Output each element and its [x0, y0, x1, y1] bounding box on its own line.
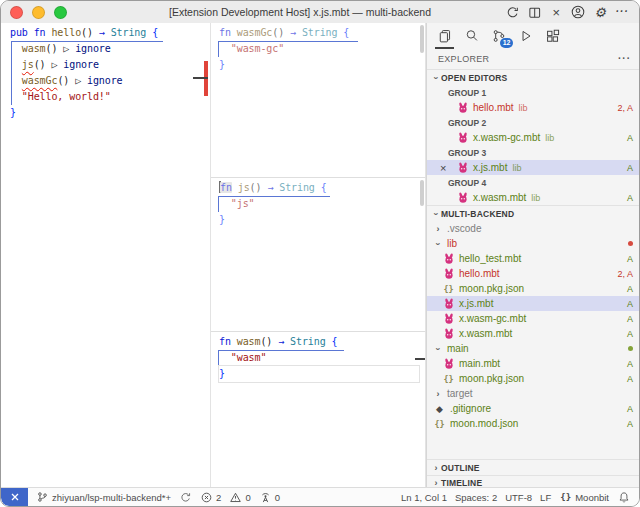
decoration-badge: A [627, 329, 633, 339]
status-indentation[interactable]: Spaces: 2 [451, 488, 501, 506]
code-line[interactable]: fn wasmGc() → String { [219, 25, 419, 41]
open-editor-x.js.mbt[interactable]: ×x.js.mbtlibA [427, 160, 640, 175]
status-sync-changes[interactable] [175, 488, 196, 506]
open-editors-section-header[interactable]: › OPEN EDITORS [427, 69, 640, 85]
code-token: hello [51, 27, 81, 38]
code-line[interactable]: } [10, 105, 204, 121]
decoration-badge: A [627, 419, 633, 429]
code-token: } [219, 214, 225, 225]
close-button[interactable]: × [548, 4, 564, 20]
file-label: x.js.mbt [459, 298, 493, 309]
status-right: Ln 1, Col 1Spaces: 2UTF-8LF{}Moonbit [397, 488, 634, 506]
activity-files-button[interactable] [436, 28, 453, 45]
file-label: lib [447, 238, 457, 249]
code-line[interactable]: "wasm" [219, 350, 419, 366]
status-encoding[interactable]: UTF-8 [501, 488, 536, 506]
editor-x-wasm-gc-mbt[interactable]: fn wasmGc() → String { "wasm-gc"} [211, 23, 426, 178]
code-token [10, 59, 22, 70]
tree-file-moon.pkg.json[interactable]: {}moon.pkg.jsonA [427, 281, 640, 296]
code-line[interactable]: wasmGc() ▷ ignore [10, 73, 204, 89]
code-line[interactable]: "js" [219, 196, 419, 212]
close-icon[interactable]: × [440, 162, 446, 174]
account-button[interactable] [570, 4, 586, 20]
open-editor-hello.mbt[interactable]: hello.mbtlib2, A [427, 100, 640, 115]
code-token: } [10, 107, 16, 118]
code-line[interactable]: } [219, 366, 419, 382]
code-line[interactable]: "Hello, world!" [10, 89, 204, 105]
tree-file-.gitignore[interactable]: ◆.gitignoreA [427, 401, 640, 416]
explorer-title: EXPLORER [438, 54, 489, 64]
restart-extension-host-button[interactable] [504, 4, 520, 20]
tree-folder-main[interactable]: ›main [427, 341, 640, 356]
split-editor-button[interactable] [526, 4, 542, 20]
activity-source-control-button[interactable]: 12 [490, 28, 507, 45]
tree-file-x.js.mbt[interactable]: x.js.mbtA [427, 296, 640, 311]
code-line[interactable]: } [219, 57, 419, 73]
code-token: () [46, 43, 64, 54]
traffic-minimize-button[interactable] [32, 6, 45, 19]
chevron-right-icon: › [433, 224, 443, 234]
code-token: () [81, 27, 99, 38]
workspace-section-header[interactable]: › MULTI-BACKEND [427, 205, 640, 221]
status-cursor-position[interactable]: Ln 1, Col 1 [397, 488, 451, 506]
more-button[interactable]: ··· [614, 4, 630, 20]
tree-folder-target[interactable]: ›target [427, 386, 640, 401]
tree-file-moon.mod.json[interactable]: {}moon.mod.jsonA [427, 416, 640, 431]
status-language-mode[interactable]: {}Moonbit [555, 488, 613, 506]
activity-debug-button[interactable] [517, 28, 534, 45]
status-errors[interactable]: 2 [196, 488, 225, 506]
code-line[interactable]: fn js() → String { [219, 180, 419, 196]
code-token: wasm [22, 43, 46, 54]
chevron-down-icon: › [431, 209, 441, 219]
settings-button[interactable]: ⚙ [592, 4, 608, 20]
activity-search-button[interactable] [463, 28, 480, 45]
scrollbar-thumb[interactable] [420, 180, 424, 206]
editor-x-wasm-mbt[interactable]: fn wasm() → String { "wasm"} [211, 332, 426, 489]
moonbit-icon [456, 101, 469, 114]
status-label: LF [540, 492, 551, 503]
status-warnings[interactable]: 0 [225, 488, 254, 506]
code-line[interactable]: } [219, 212, 419, 228]
scrollbar-thumb[interactable] [420, 25, 424, 53]
tree-file-hello.mbt[interactable]: hello.mbt2, A [427, 266, 640, 281]
tree-file-hello_test.mbt[interactable]: hello_test.mbtA [427, 251, 640, 266]
tree-file-main.mbt[interactable]: main.mbtA [427, 356, 640, 371]
code-line[interactable]: "wasm-gc" [219, 41, 419, 57]
decoration-badge: 2, A [617, 269, 633, 279]
open-editor-x.wasm.mbt[interactable]: x.wasm.mbtlibA [427, 190, 640, 205]
file-label: x.wasm.mbt [459, 328, 512, 339]
tree-folder-.vscode[interactable]: ›.vscode [427, 221, 640, 236]
status-label: zhiyuan/lsp-multi-backend*+ [52, 492, 171, 503]
code-token: () [57, 75, 75, 86]
open-editor-x.wasm-gc.mbt[interactable]: x.wasm-gc.mbtlibA [427, 130, 640, 145]
explorer-more-actions-button[interactable]: ··· [618, 54, 631, 64]
tree-file-moon.pkg.json[interactable]: {}moon.pkg.jsonA [427, 371, 640, 386]
json-icon: {} [442, 282, 455, 295]
traffic-zoom-button[interactable] [54, 6, 67, 19]
tree-file-x.wasm.mbt[interactable]: x.wasm.mbtA [427, 326, 640, 341]
status-git-branch[interactable]: zhiyuan/lsp-multi-backend*+ [32, 488, 175, 506]
status-eol[interactable]: LF [536, 488, 555, 506]
code-token: { [152, 27, 158, 38]
moonbit-icon [442, 357, 455, 370]
code-line[interactable]: fn wasm() → String { [219, 334, 419, 350]
tree-file-x.wasm-gc.mbt[interactable]: x.wasm-gc.mbtA [427, 311, 640, 326]
code-line[interactable]: pub fn hello() → String { [10, 25, 204, 41]
file-label: main [447, 343, 469, 354]
code-line[interactable]: wasm() ▷ ignore [10, 41, 204, 57]
status-bar: zhiyuan/lsp-multi-backend*+200 Ln 1, Col… [1, 487, 639, 506]
editor-group-label: GROUP 3 [427, 145, 640, 160]
editor-hello-mbt[interactable]: pub fn hello() → String { wasm() ▷ ignor… [1, 23, 211, 489]
code-line[interactable]: js() ▷ ignore [10, 57, 204, 73]
file-label: x.js.mbt [473, 162, 507, 173]
status-ports[interactable]: 0 [255, 488, 284, 506]
traffic-close-button[interactable] [10, 6, 23, 19]
editor-x-js-mbt[interactable]: fn js() → String { "js"} [211, 178, 426, 332]
activity-extensions-button[interactable] [544, 28, 561, 45]
tree-folder-lib[interactable]: ›lib [427, 236, 640, 251]
outline-section-header[interactable]: › OUTLINE [427, 459, 640, 475]
remote-indicator-button[interactable] [1, 488, 28, 506]
code-token: { [321, 182, 327, 193]
status-notifications[interactable] [613, 488, 634, 506]
code-token: fn [220, 182, 232, 193]
